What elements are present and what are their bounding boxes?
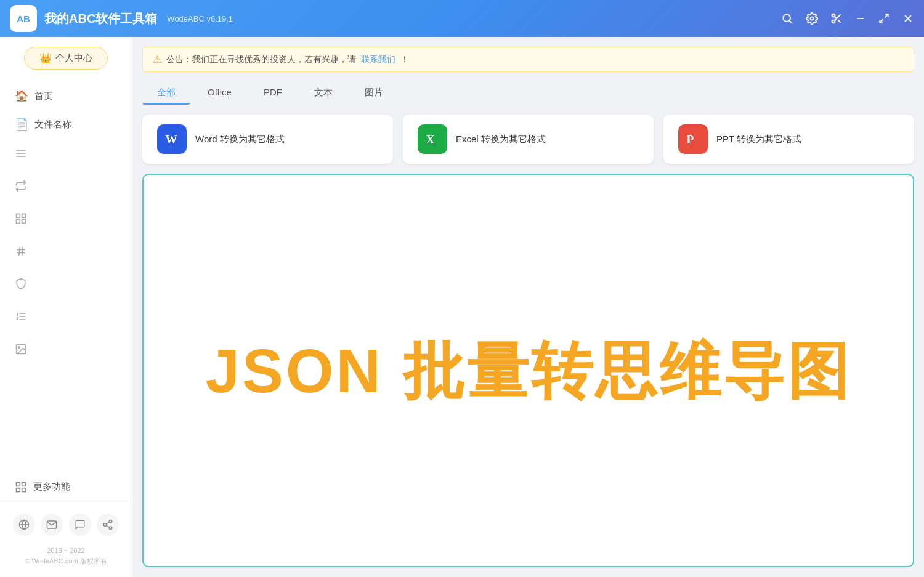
- svg-rect-30: [22, 482, 26, 486]
- restore-button[interactable]: [878, 13, 890, 24]
- excel-convert-card[interactable]: X Excel 转换为其它格式: [403, 115, 654, 164]
- sidebar-item-hash[interactable]: [0, 236, 132, 269]
- svg-text:P: P: [687, 133, 694, 146]
- svg-line-39: [107, 522, 110, 524]
- copyright: 2013 ~ 2022 © WodeABC.com 版权所有: [10, 546, 122, 567]
- svg-rect-18: [17, 220, 20, 224]
- svg-rect-17: [22, 214, 26, 218]
- tab-office[interactable]: Office: [193, 82, 246, 105]
- tab-pdf[interactable]: PDF: [249, 82, 297, 105]
- word-convert-card[interactable]: W Word 转换为其它格式: [142, 115, 393, 164]
- app-title: 我的ABC软件工具箱: [44, 10, 157, 27]
- tab-image[interactable]: 图片: [350, 82, 398, 105]
- sidebar-item-home-label: 首页: [34, 91, 53, 102]
- svg-point-37: [110, 527, 113, 530]
- sidebar: 👑 个人中心 🏠 首页 📄 文件名称: [0, 37, 132, 577]
- sidebar-item-shield[interactable]: [0, 269, 132, 302]
- sidebar-item-list[interactable]: [0, 139, 132, 171]
- svg-line-23: [22, 247, 23, 256]
- svg-text:X: X: [426, 133, 435, 146]
- tool-cards-row: W Word 转换为其它格式 X Excel 转换为其它格式 P PPT 转换为…: [142, 115, 914, 164]
- sidebar-item-home[interactable]: 🏠 首页: [0, 82, 132, 110]
- personal-center-button[interactable]: 👑 个人中心: [24, 47, 108, 70]
- excel-icon: X: [418, 124, 447, 154]
- sidebar-nav: 🏠 首页 📄 文件名称: [0, 77, 132, 474]
- svg-line-7: [835, 17, 837, 18]
- svg-rect-31: [17, 488, 20, 491]
- excel-card-label: Excel 转换为其它格式: [456, 134, 546, 145]
- copyright-years: 2013 ~ 2022: [10, 546, 122, 557]
- list-icon: [15, 147, 27, 163]
- sidebar-item-filename-label: 文件名称: [34, 119, 71, 131]
- image-icon: [15, 343, 27, 358]
- svg-point-3: [832, 14, 835, 17]
- sidebar-item-transfer[interactable]: [0, 171, 132, 204]
- warning-icon: ⚠: [153, 54, 161, 65]
- announcement-link[interactable]: 联系我们: [361, 54, 395, 65]
- svg-point-35: [110, 520, 113, 523]
- crown-icon: 👑: [39, 52, 52, 64]
- search-button[interactable]: [781, 12, 793, 25]
- scissors-button[interactable]: [830, 12, 843, 25]
- sidebar-item-image[interactable]: [0, 334, 132, 367]
- title-bar-controls: [781, 12, 914, 25]
- sidebar-item-filename[interactable]: 📄 文件名称: [0, 110, 132, 139]
- more-label: 更多功能: [33, 481, 70, 493]
- tab-all[interactable]: 全部: [142, 82, 190, 105]
- svg-line-1: [790, 21, 793, 24]
- ppt-card-label: PPT 转换为其它格式: [716, 134, 801, 145]
- tabs: 全部 Office PDF 文本 图片: [142, 82, 914, 105]
- copyright-text: © WodeABC.com 版权所有: [10, 556, 122, 567]
- ordered-list-icon: [15, 310, 27, 326]
- svg-rect-32: [22, 488, 26, 491]
- tab-text[interactable]: 文本: [299, 82, 347, 105]
- ppt-icon: P: [678, 124, 708, 154]
- content-area: ⚠ 公告：我们正在寻找优秀的投资人，若有兴趣，请 联系我们 ！ 全部 Offic…: [132, 37, 924, 577]
- svg-point-28: [18, 347, 20, 349]
- sidebar-item-grid[interactable]: [0, 204, 132, 236]
- svg-line-6: [838, 20, 841, 23]
- grid-icon: [15, 212, 27, 228]
- browser-icon-button[interactable]: [13, 514, 35, 536]
- svg-point-4: [832, 20, 835, 23]
- word-icon: W: [157, 124, 187, 154]
- close-button[interactable]: [902, 12, 914, 25]
- svg-rect-19: [22, 220, 26, 224]
- word-card-label: Word 转换为其它格式: [195, 134, 285, 145]
- sidebar-item-more[interactable]: 更多功能: [0, 474, 132, 501]
- announcement-suffix: ！: [400, 54, 409, 65]
- title-bar: AB 我的ABC软件工具箱 WodeABC v6.19.1: [0, 0, 924, 37]
- banner-area: JSON 批量转思维导图: [142, 174, 914, 567]
- banner-text: JSON 批量转思维导图: [205, 340, 851, 401]
- file-icon: 📄: [15, 118, 28, 131]
- settings-button[interactable]: [806, 12, 818, 25]
- sidebar-item-ordered-list[interactable]: [0, 302, 132, 334]
- shield-icon: [15, 278, 27, 293]
- announcement-bar: ⚠ 公告：我们正在寻找优秀的投资人，若有兴趣，请 联系我们 ！: [142, 47, 914, 72]
- transfer-icon: [15, 180, 27, 195]
- chat-icon-button[interactable]: [69, 514, 91, 536]
- ppt-convert-card[interactable]: P PPT 转换为其它格式: [663, 115, 914, 164]
- app-logo: AB: [10, 5, 37, 32]
- sidebar-footer: 2013 ~ 2022 © WodeABC.com 版权所有: [0, 501, 132, 577]
- svg-point-36: [104, 523, 107, 527]
- personal-center-label: 个人中心: [55, 52, 92, 64]
- svg-line-22: [19, 247, 20, 256]
- svg-rect-16: [17, 214, 20, 218]
- svg-text:W: W: [166, 133, 177, 146]
- minimize-button[interactable]: [855, 13, 866, 24]
- svg-point-2: [811, 17, 814, 20]
- hash-icon: [15, 245, 27, 260]
- app-version: WodeABC v6.19.1: [167, 14, 233, 23]
- email-icon-button[interactable]: [41, 514, 63, 536]
- announcement-text: 公告：我们正在寻找优秀的投资人，若有兴趣，请: [166, 54, 356, 65]
- network-icon-button[interactable]: [97, 514, 119, 536]
- svg-rect-29: [17, 482, 20, 486]
- home-icon: 🏠: [15, 89, 28, 103]
- svg-point-0: [783, 14, 790, 22]
- svg-line-38: [107, 525, 110, 527]
- footer-icons: [10, 509, 122, 541]
